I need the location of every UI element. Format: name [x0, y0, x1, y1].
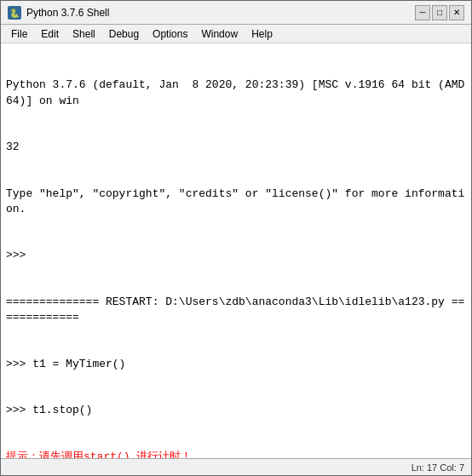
menu-file[interactable]: File	[4, 26, 34, 42]
status-bar: Ln: 17 Col: 7	[1, 458, 471, 475]
menu-debug[interactable]: Debug	[102, 26, 146, 42]
line-6: >>> t1 = MyTimer()	[6, 357, 466, 372]
menu-bar: File Edit Shell Debug Options Window Hel…	[1, 25, 471, 43]
window: 🐍 Python 3.7.6 Shell ─ □ ✕ File Edit She…	[0, 0, 472, 476]
minimize-button[interactable]: ─	[415, 5, 430, 20]
close-button[interactable]: ✕	[449, 5, 464, 20]
line-7: >>> t1.stop()	[6, 403, 466, 418]
menu-window[interactable]: Window	[194, 26, 245, 42]
terminal-output[interactable]: Python 3.7.6 (default, Jan 8 2020, 20:23…	[1, 43, 471, 458]
maximize-button[interactable]: □	[432, 5, 447, 20]
svg-text:🐍: 🐍	[9, 8, 20, 19]
line-8: 提示：请先调用start() 进行计时！	[6, 450, 466, 458]
line-3: Type "help", "copyright", "credits" or "…	[6, 186, 466, 217]
menu-shell[interactable]: Shell	[66, 26, 102, 42]
line-2: 32	[6, 140, 466, 155]
title-bar: 🐍 Python 3.7.6 Shell ─ □ ✕	[1, 1, 471, 25]
line-5: ============== RESTART: D:\Users\zdb\ana…	[6, 295, 466, 325]
window-controls: ─ □ ✕	[415, 5, 464, 20]
window-title: Python 3.7.6 Shell	[26, 7, 415, 19]
line-4: >>>	[6, 248, 466, 263]
menu-options[interactable]: Options	[146, 26, 194, 42]
cursor-position: Ln: 17 Col: 7	[412, 462, 464, 473]
line-1: Python 3.7.6 (default, Jan 8 2020, 20:23…	[6, 77, 466, 108]
menu-help[interactable]: Help	[245, 26, 279, 42]
menu-edit[interactable]: Edit	[34, 26, 66, 42]
app-icon: 🐍	[8, 6, 21, 20]
